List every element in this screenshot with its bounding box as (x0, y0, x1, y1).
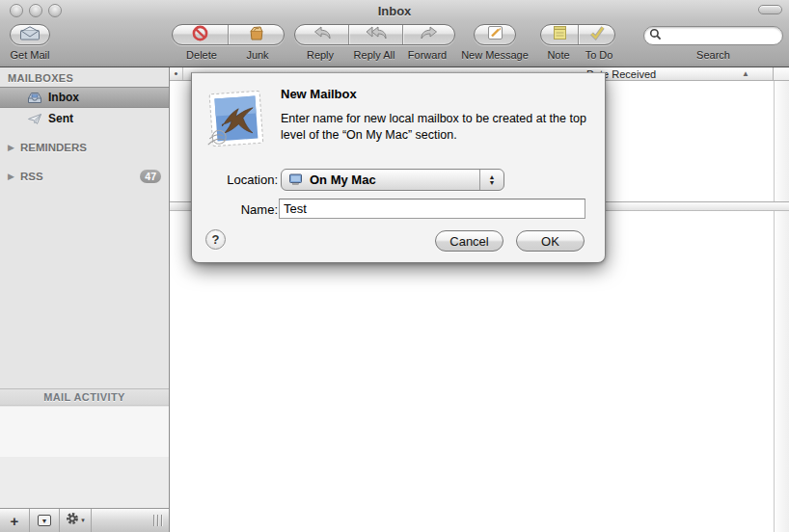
sidebar-item-label: Sent (48, 112, 73, 125)
dialog-title: New Mailbox (281, 87, 357, 101)
new-message-button[interactable] (474, 24, 516, 45)
sidebar-item-sent[interactable]: Sent (0, 108, 169, 129)
reply-all-label: Reply All (345, 49, 403, 61)
message-list-scrollbar[interactable] (774, 81, 789, 201)
forward-arrow-icon (420, 26, 439, 43)
ok-button[interactable]: OK (516, 230, 585, 252)
reply-group (294, 24, 455, 45)
window-title: Inbox (0, 4, 789, 18)
cancel-button[interactable]: Cancel (435, 230, 503, 252)
delete-label: Delete (177, 49, 227, 61)
compose-icon (487, 25, 503, 44)
disclosure-triangle-icon[interactable]: ▶ (8, 172, 14, 181)
mail-stamp-icon (204, 89, 268, 154)
plus-icon: + (11, 513, 19, 529)
bottom-bar-spacer (92, 509, 153, 532)
mailbox-sidebar: MAILBOXES Inbox Sent ▶ REMINDERS ▶ RSS 4… (0, 67, 170, 532)
scrollbar-header-cell (773, 67, 789, 80)
help-button[interactable]: ? (205, 229, 226, 250)
reply-button[interactable] (295, 25, 348, 44)
note-icon (553, 25, 567, 44)
note-button[interactable] (541, 25, 578, 44)
delete-button[interactable] (173, 25, 228, 44)
chevron-down-icon: ▾ (81, 517, 85, 524)
new-mailbox-dialog: New Mailbox Enter name for new local mai… (191, 72, 606, 263)
get-mail-button[interactable] (10, 24, 50, 45)
search-field[interactable] (643, 26, 783, 45)
reminders-group-label: REMINDERS (20, 142, 87, 153)
new-message-label: New Message (455, 49, 534, 61)
envelope-icon (19, 26, 41, 44)
paper-plane-icon (27, 113, 42, 125)
mail-window: Inbox Get Mail Delete (0, 0, 789, 532)
get-mail-label: Get Mail (4, 49, 56, 61)
todo-button[interactable] (578, 25, 614, 44)
location-selected-value: On My Mac (310, 173, 376, 187)
inbox-tray-icon (27, 92, 42, 104)
reply-all-button[interactable] (348, 25, 402, 44)
preview-scrollbar[interactable] (774, 211, 789, 532)
checkmark-icon (588, 25, 606, 44)
mail-activity-pane (0, 407, 169, 457)
reply-label: Reply (295, 49, 345, 61)
unread-column-header[interactable]: • (170, 67, 183, 80)
computer-icon (288, 173, 303, 186)
sidebar-group-reminders[interactable]: ▶ REMINDERS (0, 137, 169, 158)
note-todo-group (540, 24, 615, 45)
mailbox-name-input[interactable] (279, 199, 585, 219)
forward-label: Forward (401, 49, 453, 61)
forward-button[interactable] (402, 25, 454, 44)
gear-icon (66, 512, 79, 529)
sidebar-group-rss[interactable]: ▶ RSS 47 (0, 166, 169, 187)
dialog-message: Enter name for new local mailbox to be c… (281, 111, 597, 143)
tray-toggle-icon: ▼ (38, 515, 51, 526)
toolbar-toggle-pill[interactable] (758, 5, 782, 14)
junk-button[interactable] (228, 25, 284, 44)
search-input[interactable] (662, 29, 768, 42)
junk-icon (248, 25, 265, 44)
mailboxes-section-header: MAILBOXES (0, 67, 169, 87)
sort-ascending-icon: ▲ (742, 69, 749, 78)
show-hide-activity-button[interactable]: ▼ (30, 509, 60, 532)
window-chrome: Inbox Get Mail Delete (0, 0, 789, 67)
mail-activity-pane-lower (0, 457, 169, 508)
name-label: Name: (192, 202, 278, 217)
rss-unread-badge: 47 (140, 170, 161, 183)
disclosure-triangle-icon[interactable]: ▶ (8, 143, 14, 152)
action-menu-button[interactable]: ▾ (60, 509, 92, 532)
add-mailbox-button[interactable]: + (0, 509, 30, 532)
location-popup-button[interactable]: On My Mac ▲ ▼ (281, 169, 504, 191)
rss-group-label: RSS (20, 171, 43, 182)
search-icon (649, 27, 662, 44)
todo-label: To Do (579, 49, 619, 61)
sidebar-bottom-bar: + ▼ ▾ (0, 508, 169, 532)
note-label: Note (538, 49, 579, 61)
reply-arrow-icon (313, 26, 332, 43)
search-label: Search (643, 49, 783, 61)
sidebar-item-inbox[interactable]: Inbox (0, 87, 169, 108)
reply-all-arrow-icon (365, 26, 388, 43)
delete-junk-group (172, 24, 285, 45)
sidebar-item-label: Inbox (48, 91, 79, 104)
delete-icon (192, 25, 208, 45)
resize-grip[interactable] (153, 509, 169, 532)
mail-activity-header: MAIL ACTIVITY (0, 388, 169, 406)
popup-stepper-icon: ▲ ▼ (479, 170, 503, 190)
location-label: Location: (192, 173, 278, 187)
junk-label: Junk (233, 49, 282, 61)
